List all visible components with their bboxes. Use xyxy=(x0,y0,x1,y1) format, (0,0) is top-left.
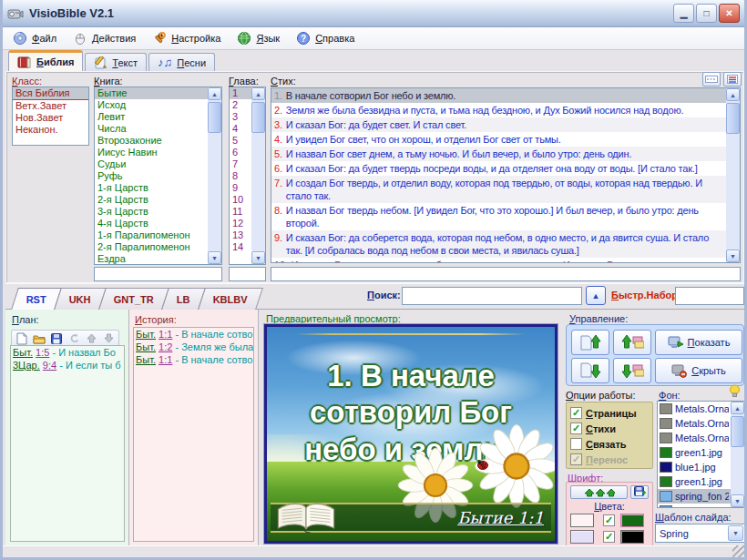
chapter-item[interactable]: 14 xyxy=(230,241,251,253)
verse-list[interactable]: 1.В начале сотворил Бог небо и землю.2.З… xyxy=(271,87,741,263)
class-item[interactable]: Неканон. xyxy=(13,124,88,136)
open-plan-button[interactable] xyxy=(32,331,46,345)
page-color-swatch[interactable] xyxy=(570,514,594,527)
outline-color-swatch[interactable] xyxy=(620,530,644,544)
scroll-track[interactable] xyxy=(208,100,221,251)
background-item[interactable]: Metals.Ornam xyxy=(658,416,731,431)
background-item[interactable]: Metals.Ornam xyxy=(658,402,731,416)
book-item[interactable]: Судьи xyxy=(95,158,208,170)
history-item[interactable]: Быт. 1:1 - В начале сотво xyxy=(134,353,253,366)
verse-wrap-toggle-button[interactable] xyxy=(702,72,721,87)
book-item[interactable]: Руфь xyxy=(95,170,208,182)
verse-row[interactable]: 1.В начале сотворил Бог небо и землю. xyxy=(271,88,726,103)
verse-list-view-button[interactable] xyxy=(723,72,742,87)
verse-row[interactable]: 9.И сказал Бог: да соберется вода, котор… xyxy=(271,230,726,258)
new-plan-button[interactable] xyxy=(15,331,29,345)
chapter-item[interactable]: 6 xyxy=(230,147,251,158)
scroll-up-button[interactable]: ▲ xyxy=(731,402,744,414)
scroll-track[interactable] xyxy=(726,101,740,249)
background-item[interactable]: blue1.jpg xyxy=(658,460,731,474)
scroll-thumb[interactable] xyxy=(251,102,265,133)
search-up-button[interactable]: ▲ xyxy=(586,286,606,305)
book-item[interactable]: 4-я Царств xyxy=(95,218,208,229)
menu-help[interactable]: ? Справка xyxy=(290,28,364,48)
slide-down-button[interactable] xyxy=(613,358,651,383)
scroll-thumb[interactable] xyxy=(726,103,740,134)
scroll-up-button[interactable]: ▲ xyxy=(726,88,740,101)
close-button[interactable]: ✕ xyxy=(719,4,740,23)
chapter-item[interactable]: 12 xyxy=(230,218,251,229)
menu-file[interactable]: Файл xyxy=(6,28,67,48)
book-item[interactable]: Числа xyxy=(95,123,208,135)
menu-language[interactable]: Язык xyxy=(230,28,290,48)
chapter-input[interactable] xyxy=(229,267,266,281)
scroll-down-button[interactable]: ▼ xyxy=(208,251,221,264)
chapter-item[interactable]: 9 xyxy=(230,182,251,194)
class-list[interactable]: Вся БиблияВетх.ЗаветНов.ЗаветНеканон. xyxy=(12,87,89,146)
move-down-button-disabled[interactable] xyxy=(101,331,116,345)
plan-item[interactable]: Быт. 1:5 - И назвал Бо xyxy=(11,346,124,359)
scroll-up-button[interactable]: ▲ xyxy=(251,87,265,100)
book-list[interactable]: БытиеИсходЛевитЧислаВторозакониеИисус На… xyxy=(94,87,222,265)
plan-list[interactable]: Быт. 1:5 - И назвал Бо3Цар. 9:4 - И если… xyxy=(10,345,125,542)
book-item[interactable]: 3-я Царств xyxy=(95,206,208,218)
background-color-swatch[interactable] xyxy=(570,530,594,544)
chapter-scrollbar[interactable]: ▲▼ xyxy=(251,87,265,264)
class-item[interactable]: Вся Библия xyxy=(13,87,88,100)
background-item[interactable]: green1.jpg xyxy=(658,474,731,489)
verse-row[interactable]: 6.И сказал Бог: да будет твердь посреди … xyxy=(271,161,726,176)
outline-color-checkbox[interactable]: ✓ xyxy=(603,531,615,543)
verse-row[interactable]: 8.И назвал Бог твердь небом. [И увидел Б… xyxy=(271,203,726,230)
verse-row[interactable]: 2.Земля же была безвидна и пуста, и тьма… xyxy=(271,103,726,117)
option-row[interactable]: Стихи xyxy=(570,421,649,436)
book-item[interactable]: Левит xyxy=(95,111,208,123)
background-list[interactable]: Metals.OrnamMetals.OrnamMetals.Ornamgree… xyxy=(657,401,745,508)
search-input[interactable] xyxy=(402,287,582,305)
book-item[interactable]: Второзаконие xyxy=(95,135,208,147)
verse-row[interactable]: 10.И назвал Бог сушу землею, а собрание … xyxy=(271,258,726,263)
scroll-track[interactable] xyxy=(251,100,265,251)
background-item[interactable]: green1.jpg xyxy=(658,445,731,460)
scroll-thumb[interactable] xyxy=(208,102,221,133)
book-filter-input[interactable] xyxy=(94,267,222,281)
slide-preview[interactable]: 1. В начале сотворил Бог небо и землю. xyxy=(264,324,558,544)
menu-settings[interactable]: Настройка xyxy=(146,28,230,48)
chapter-item[interactable]: 7 xyxy=(230,158,251,170)
slide-template-select[interactable]: Spring ▼ xyxy=(655,524,745,543)
scroll-down-button[interactable]: ▼ xyxy=(251,251,265,264)
chapter-item[interactable]: 5 xyxy=(230,135,251,147)
quick-dial-input[interactable] xyxy=(675,287,744,305)
plan-item[interactable]: 3Цар. 9:4 - И если ты б xyxy=(11,359,124,372)
translation-tab[interactable]: GNT_TR xyxy=(98,288,169,310)
scroll-down-button[interactable]: ▼ xyxy=(726,249,740,262)
verse-filter-input[interactable] xyxy=(271,267,741,281)
verse-scrollbar[interactable]: ▲▼ xyxy=(726,88,740,262)
verse-row[interactable]: 3.И сказал Бог: да будет свет. И стал св… xyxy=(271,117,726,132)
history-item[interactable]: Быт. 1:2 - Земля же была xyxy=(134,341,253,353)
tab-songs[interactable]: ♪♫ Песни xyxy=(148,53,215,71)
verse-row[interactable]: 5.И назвал Бог свет днем, а тьму ночью. … xyxy=(271,147,726,161)
chapter-item[interactable]: 11 xyxy=(230,206,251,218)
lightbulb-icon[interactable] xyxy=(729,384,741,398)
background-item[interactable]: Metals.Ornam xyxy=(658,431,731,445)
background-item[interactable]: spring_fon 2 xyxy=(658,489,731,504)
refresh-plan-button-disabled[interactable] xyxy=(67,331,81,345)
background-item[interactable]: sunshine 2 xyxy=(658,504,731,507)
checkbox[interactable] xyxy=(570,438,582,450)
book-scrollbar[interactable]: ▲▼ xyxy=(208,87,221,264)
verse-row[interactable]: 4.И увидел Бог свет, что он хорош, и отд… xyxy=(271,132,726,147)
chapter-item[interactable]: 4 xyxy=(230,123,251,135)
chapter-item[interactable]: 13 xyxy=(230,229,251,241)
book-item[interactable]: 2-я Царств xyxy=(95,194,208,206)
font-size-up-button[interactable] xyxy=(570,485,628,499)
checkbox[interactable] xyxy=(570,407,582,419)
move-up-button-disabled[interactable] xyxy=(84,331,98,345)
book-item[interactable]: Ездра xyxy=(95,253,208,264)
chapter-item[interactable]: 2 xyxy=(230,99,251,111)
font-save-button[interactable] xyxy=(630,485,649,499)
book-item[interactable]: 2-я Паралипоменон xyxy=(95,241,208,253)
hide-button[interactable]: Скрыть xyxy=(655,358,742,383)
save-plan-button[interactable] xyxy=(49,331,64,345)
chapter-item[interactable]: 1 xyxy=(230,87,251,99)
slide-up-button[interactable] xyxy=(613,330,651,355)
